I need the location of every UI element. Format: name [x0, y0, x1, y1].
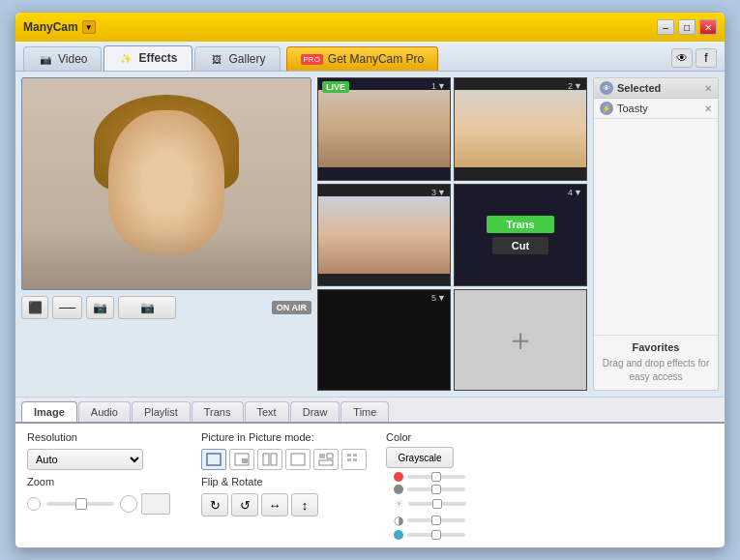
tab-gallery[interactable]: 🖼 Gallery [194, 46, 281, 71]
svg-rect-7 [327, 454, 333, 458]
btab-image[interactable]: Image [21, 401, 77, 422]
record-button[interactable]: ⬛ [21, 296, 48, 319]
main-content: ⬛ ── 📷 📷 ON AIR LIVE 1 ▼ [15, 72, 725, 397]
title-dropdown[interactable]: ▼ [82, 20, 96, 34]
selected-item-remove[interactable]: ✕ [704, 103, 712, 114]
camera-icon[interactable]: 📷 [86, 296, 114, 319]
btab-text[interactable]: Text [245, 401, 289, 422]
chevron-icon-5: ▼ [437, 293, 446, 303]
color-col: Color Grayscale ☀ ◑ [386, 431, 466, 540]
app-window: ManyCam ▼ – □ ✕ 📷 Video ✨ Effects 🖼 Gall… [15, 12, 725, 548]
svg-rect-2 [242, 458, 248, 463]
preview-controls: ⬛ ── 📷 📷 ON AIR [21, 294, 311, 321]
cam-cell-add[interactable]: ＋ [454, 289, 587, 391]
svg-rect-8 [319, 460, 333, 465]
selected-header: 👁 Selected ✕ [594, 78, 718, 99]
cam-thumb-2 [455, 90, 586, 167]
video-icon: 📷 [38, 52, 53, 66]
red-dot [394, 472, 403, 482]
zoom-slider[interactable] [46, 502, 114, 506]
btab-draw[interactable]: Draw [290, 401, 340, 422]
color-sliders: ☀ ◑ [394, 472, 466, 540]
transition-overlay: Trans Cut [455, 196, 586, 274]
chevron-icon-4: ▼ [574, 188, 582, 197]
zoom-label: Zoom [27, 476, 182, 487]
flip-horizontal[interactable]: ↔ [261, 493, 288, 516]
svg-rect-0 [207, 454, 221, 465]
aspect-button[interactable]: ── [52, 296, 82, 319]
cam-thumb-1 [318, 90, 450, 167]
pip-mode-1[interactable] [201, 449, 226, 470]
color-slider-red [394, 472, 466, 482]
selected-title: Selected [617, 82, 661, 94]
pip-mode-5[interactable] [313, 449, 339, 470]
cam-cell-1[interactable]: LIVE 1 ▼ [317, 77, 451, 181]
chevron-icon-3: ▼ [437, 188, 446, 197]
cut-button[interactable]: Cut [492, 237, 548, 254]
color-slider-green [394, 485, 466, 494]
selected-item-toasty: ⚡ Toasty ✕ [594, 99, 718, 119]
tab-effects[interactable]: ✨ Effects [104, 45, 192, 71]
cam-num-3: 3 ▼ [431, 188, 446, 197]
btab-playlist[interactable]: Playlist [132, 401, 191, 422]
grayscale-button[interactable]: Grayscale [386, 447, 454, 468]
btab-audio[interactable]: Audio [78, 401, 131, 422]
selected-panel: 👁 Selected ✕ ⚡ Toasty ✕ Favorites Drag a… [593, 77, 719, 391]
svg-rect-11 [347, 458, 351, 461]
zoom-min-indicator [27, 497, 41, 511]
title-controls: – □ ✕ [657, 19, 717, 35]
cam-cell-2[interactable]: 2 ▼ [454, 77, 587, 181]
cam-cell-5[interactable]: 5 ▼ [317, 289, 451, 391]
flip-vertical[interactable]: ↕ [291, 493, 318, 516]
resolution-select[interactable]: Auto [27, 449, 143, 470]
main-tab-bar: 📷 Video ✨ Effects 🖼 Gallery PRO Get Many… [15, 42, 725, 72]
cyan-dot [394, 530, 403, 540]
app-title: ManyCam [23, 20, 78, 34]
maximize-button[interactable]: □ [678, 19, 696, 35]
cam-cell-4: Trans Cut 4 ▼ [454, 184, 587, 287]
zoom-thumb[interactable] [75, 498, 87, 510]
btab-time[interactable]: Time [340, 401, 389, 422]
capture-button[interactable]: 📷 [118, 296, 176, 319]
flip-rotate-cw[interactable]: ↻ [201, 493, 228, 516]
tab-video[interactable]: 📷 Video [23, 46, 102, 71]
pip-mode-6[interactable] [341, 449, 367, 470]
tab-get-pro[interactable]: PRO Get ManyCam Pro [286, 46, 439, 71]
chevron-icon-1: ▼ [437, 81, 446, 91]
color-slider-brightness: ☀ [394, 497, 466, 511]
svg-rect-12 [353, 458, 357, 461]
share-icon[interactable]: f [696, 48, 717, 68]
cam-cell-3[interactable]: 3 ▼ [317, 184, 451, 287]
pip-mode-3[interactable] [257, 449, 282, 470]
selected-panel-close[interactable]: ✕ [704, 83, 712, 94]
close-button[interactable]: ✕ [699, 19, 717, 35]
zoom-preview [141, 493, 170, 515]
title-bar-left: ManyCam ▼ [23, 20, 96, 34]
eye-icon[interactable]: 👁 [671, 48, 693, 68]
favorites-title: Favorites [600, 341, 712, 353]
flip-rotate-ccw[interactable]: ↺ [231, 493, 258, 516]
svg-rect-5 [291, 454, 305, 465]
saturation-slider[interactable] [407, 533, 465, 537]
main-preview [21, 77, 311, 290]
preview-section: ⬛ ── 📷 📷 ON AIR [21, 77, 311, 391]
trans-button[interactable]: Trans [487, 216, 553, 233]
minimize-button[interactable]: – [657, 19, 674, 35]
pip-mode-2[interactable] [229, 449, 254, 470]
pip-mode-4[interactable] [285, 449, 311, 470]
selected-item-name: ⚡ Toasty [600, 102, 648, 115]
pro-badge: PRO [301, 54, 323, 65]
red-slider[interactable] [407, 475, 465, 479]
cam-num-1: 1 ▼ [431, 81, 446, 91]
effects-view-icon: 👁 [600, 81, 613, 95]
mid-slider[interactable] [407, 487, 465, 491]
svg-rect-6 [319, 454, 325, 458]
btab-trans[interactable]: Trans [192, 401, 244, 422]
flip-label: Flip & Rotate [201, 476, 367, 487]
svg-rect-3 [263, 454, 269, 465]
gallery-icon: 🖼 [209, 52, 224, 66]
contrast-slider[interactable] [407, 518, 465, 522]
pip-col: Picture in Picture mode: [201, 431, 367, 540]
brightness-slider[interactable] [408, 502, 466, 506]
color-slider-contrast: ◑ [394, 514, 466, 527]
